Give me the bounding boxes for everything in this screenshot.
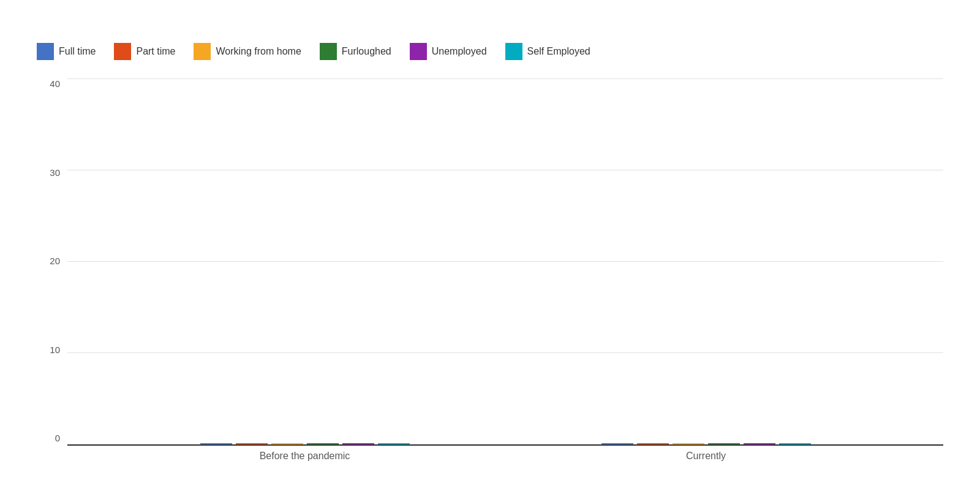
bar-currently-furloughed xyxy=(708,443,740,444)
bar-group-currently xyxy=(601,443,811,444)
legend-item-working-from-home: Working from home xyxy=(194,43,301,60)
bar-currently-full-time xyxy=(601,443,633,444)
legend-color-working-from-home xyxy=(194,43,211,60)
y-axis-label-10: 10 xyxy=(50,345,60,355)
x-axis-label-currently: Currently xyxy=(593,451,820,462)
legend-label-furloughed: Furloughed xyxy=(342,46,391,57)
bar-before-the-pandemic-working-from-home xyxy=(271,443,303,444)
bar-before-the-pandemic-self-employed xyxy=(378,443,410,444)
legend-item-full-time: Full time xyxy=(37,43,96,60)
groups-container xyxy=(67,78,943,444)
legend-label-self-employed: Self Employed xyxy=(527,46,590,57)
chart-area: 403020100 Before the pandemicCurrently xyxy=(37,78,943,462)
y-axis-label-30: 30 xyxy=(50,167,60,178)
grid-and-bars xyxy=(67,78,943,444)
bar-before-the-pandemic-full-time xyxy=(200,443,232,444)
legend-label-part-time: Part time xyxy=(136,46,175,57)
legend-label-working-from-home: Working from home xyxy=(216,46,301,57)
y-axis: 403020100 xyxy=(37,78,67,462)
bar-before-the-pandemic-unemployed xyxy=(342,443,374,444)
legend-item-self-employed: Self Employed xyxy=(505,43,590,60)
bar-before-the-pandemic-furloughed xyxy=(307,443,339,444)
legend-color-unemployed xyxy=(410,43,427,60)
y-axis-label-20: 20 xyxy=(50,256,60,266)
legend-item-unemployed: Unemployed xyxy=(410,43,487,60)
x-axis-labels: Before the pandemicCurrently xyxy=(67,446,943,462)
legend-color-furloughed xyxy=(320,43,337,60)
bar-currently-part-time xyxy=(637,443,669,444)
legend-item-part-time: Part time xyxy=(114,43,175,60)
legend-label-full-time: Full time xyxy=(59,46,96,57)
bar-currently-working-from-home xyxy=(673,443,704,444)
y-axis-label-40: 40 xyxy=(50,78,60,89)
bar-before-the-pandemic-part-time xyxy=(236,443,268,444)
legend-color-part-time xyxy=(114,43,131,60)
legend-color-full-time xyxy=(37,43,54,60)
legend-color-self-employed xyxy=(505,43,522,60)
x-axis-label-before-the-pandemic: Before the pandemic xyxy=(192,451,418,462)
bar-group-before-the-pandemic xyxy=(200,443,410,444)
bar-currently-unemployed xyxy=(744,443,775,444)
bar-currently-self-employed xyxy=(779,443,811,444)
y-axis-label-0: 0 xyxy=(55,433,60,443)
legend-label-unemployed: Unemployed xyxy=(432,46,487,57)
legend-item-furloughed: Furloughed xyxy=(320,43,391,60)
legend: Full timePart timeWorking from homeFurlo… xyxy=(37,43,943,60)
chart-inner: Before the pandemicCurrently xyxy=(67,78,943,462)
chart-container: Full timePart timeWorking from homeFurlo… xyxy=(0,0,980,480)
